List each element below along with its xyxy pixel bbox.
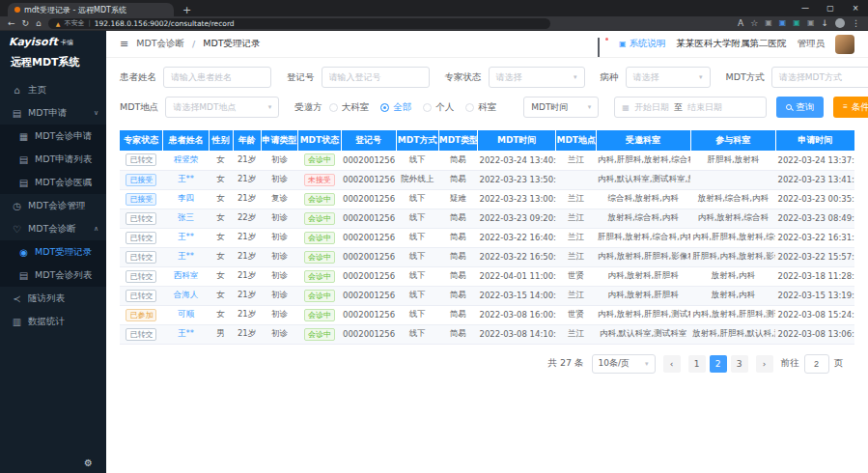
mdt-place-select[interactable]: 请选择MDT地点 ▾ [165,97,279,118]
sidebar-item[interactable]: ♡MDT会诊断∧ [0,217,106,240]
new-tab-button[interactable]: + [182,5,191,15]
table-row: 已转交王**男21岁初诊会诊中0002001256线下简易2022-03-08 … [120,324,854,344]
column-header: 受邀科室 [596,130,690,151]
column-header: MDT状态 [298,130,341,151]
table-cell: 放射科,综合科,内科 [596,209,690,228]
extension-icon[interactable]: ▣ [765,19,772,27]
prev-page-button[interactable]: ‹ [663,355,681,373]
sidebar-item[interactable]: ▤MDT会诊列表 [0,264,106,287]
reload-icon[interactable]: ↻ [22,19,30,28]
table-cell: 0002001256 [341,189,396,209]
table-cell: 已接受 [120,189,163,209]
browser-profile-avatar[interactable] [835,18,845,28]
patient-name-link[interactable]: 程竖荣 [174,154,199,164]
system-note-link[interactable]: ▣ 系统说明 [619,38,666,50]
patient-name-input[interactable] [163,67,271,88]
expert-status-filter: 专家状态 请选择 ▾ [445,67,585,88]
goto-page-input[interactable] [804,354,829,374]
sidebar-item[interactable]: ▥数据统计 [0,310,106,333]
table-cell: 王** [163,228,209,247]
extension-icon[interactable]: ▣ [779,19,787,27]
extension-icon[interactable]: ▣ [793,19,800,27]
records-table-wrap: 专家状态患者姓名性别年龄申请类型MDT状态登记号MDT方式MDT类型MDT时间M… [106,130,868,345]
browser-menu-icon[interactable]: ⋮ [852,19,860,28]
sidebar-item[interactable]: ▤MDT会诊医嘱 [0,171,106,194]
chevron-down-icon: ▾ [645,360,649,368]
date-separator: 至 [674,101,683,114]
patient-name-link[interactable]: 合海人 [174,290,199,299]
patient-name-link[interactable]: 王** [178,251,194,261]
next-page-button[interactable]: › [756,355,773,373]
search-button[interactable]: 查询 [776,97,824,118]
back-icon[interactable]: ← [8,19,15,28]
app-title: 远程MDT系统 [0,48,106,78]
condition-config-button[interactable]: ≡ 条件配置 [833,97,868,118]
table-cell: 世贤 [556,305,596,324]
table-row: 已转交程竖荣女21岁初诊会诊中0002001256线下简易2022-03-24 … [120,151,854,170]
sidebar-item[interactable]: ▤MDT申请∨ [0,101,106,125]
sidebar-item-active[interactable]: ◉MDT受理记录 [0,240,106,264]
address-bar[interactable]: ▲ 不安全 | 192.168.0.156:9002/consultate/re… [48,18,550,29]
table-cell: 2022-03-18 11:28:25 [775,266,854,286]
table-cell: 21岁 [233,305,261,324]
patient-name-link[interactable]: 李四 [178,193,194,203]
mdt-time-filter: MDT时间 ▾ [523,97,599,118]
patient-name-link[interactable]: 可顺 [178,309,194,319]
date-range-picker[interactable]: ▦ 开始日期 至 结束日期 [614,97,767,118]
invited-radio[interactable]: 全部 [380,101,411,114]
table-cell: 22岁 [233,209,261,228]
sidebar-item[interactable]: ▤MDT申请列表 [0,148,106,171]
invited-radio[interactable]: 个人 [423,101,454,114]
browser-tab[interactable]: mdt受理记录 - 远程MDT系统 [8,3,174,16]
table-cell: 2022-03-24 13:37:44 [775,151,854,170]
notification-bell-icon[interactable] [598,39,608,49]
table-row: 已转交王**女21岁初诊会诊中0002001256线下简易2022-03-22 … [120,228,854,247]
mdt-status-badge: 会诊中 [304,212,335,225]
patient-name-link[interactable]: 王** [178,232,194,241]
gear-icon[interactable]: ⚙ [84,458,93,468]
invited-radio[interactable]: 科室 [465,101,496,114]
reg-no-input[interactable] [322,67,430,88]
bookmark-star-icon[interactable]: ☆ [750,19,758,28]
table-cell: 肝胆科,内科,放射科,影像科 [690,247,775,266]
security-label[interactable]: 不安全 [64,18,84,28]
maximize-button[interactable]: ▢ [818,0,843,16]
minimize-button[interactable]: — [793,0,818,16]
expert-status-select[interactable]: 请选择 ▾ [489,67,585,88]
table-cell: 女 [209,209,233,228]
page-button-3[interactable]: 3 [731,355,748,373]
mdt-mode-select[interactable]: 请选择MDT方式 ▾ [771,67,868,88]
date-start: 开始日期 [634,101,669,114]
patient-name-link[interactable]: 张三 [178,212,194,222]
disease-select[interactable]: 请选择 ▾ [626,67,711,88]
invited-label: 受邀方 [294,101,322,114]
collapse-sidebar-icon[interactable]: ≡ [120,38,128,50]
window-controls: — ▢ × [793,0,868,16]
page-size-select[interactable]: 10条/页 ▾ [592,354,656,374]
translate-icon[interactable]: A [738,19,743,28]
sidebar-item[interactable]: ▦MDT会诊申请 [0,125,106,148]
table-cell: 2022-03-23 13:41:45 [775,170,854,189]
sidebar-item[interactable]: ≺随访列表 [0,287,106,310]
download-icon[interactable]: ↓ [821,19,828,28]
patient-name-link[interactable]: 西科室 [174,270,199,280]
table-cell: 2022-04-01 11:00:00 [478,266,556,286]
home-icon[interactable]: ⌂ [36,19,42,28]
page-button-2[interactable]: 2 [710,355,727,373]
table-cell: 已接受 [120,170,163,189]
user-avatar[interactable] [835,35,854,54]
breadcrumb-parent[interactable]: MDT会诊断 [136,38,184,50]
sidebar-item[interactable]: ◷MDT会诊管理 [0,194,106,217]
sidebar-item[interactable]: ⌂主页 [0,78,106,101]
mdt-time-select[interactable]: MDT时间 ▾ [523,97,599,118]
patient-name-link[interactable]: 王** [178,328,194,338]
table-cell: 西科室 [163,266,209,286]
table-cell: 0002001256 [341,266,396,286]
invited-radio[interactable]: 大科室 [329,101,370,114]
page-button-1[interactable]: 1 [688,355,706,373]
table-cell: 0002001256 [341,324,396,344]
extension-icon[interactable]: ▣ [807,19,815,27]
patient-name-link[interactable]: 王** [178,174,194,183]
disease-label: 病种 [601,71,619,84]
close-button[interactable]: × [843,0,868,16]
